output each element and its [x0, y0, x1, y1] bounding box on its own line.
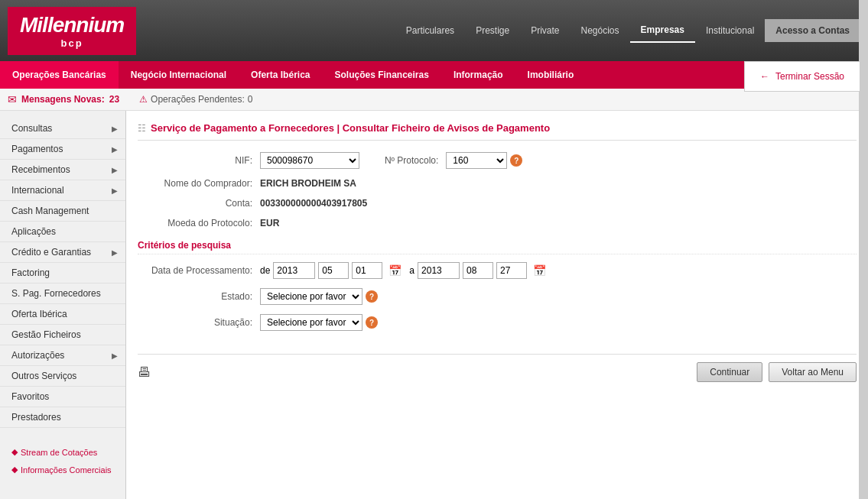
nav-institucional[interactable]: Institucional: [695, 19, 765, 42]
content-area: Consultas ▶ Pagamentos ▶ Recebimentos ▶ …: [0, 111, 868, 499]
chevron-right-icon: ▶: [112, 352, 118, 360]
nav-imobiliario[interactable]: Imobiliário: [515, 61, 587, 89]
sidebar-label-outros-servicos: Outros Serviços: [11, 371, 76, 381]
top-bar: Millennium bcp Particulares Prestige Pri…: [0, 0, 868, 61]
nav-prestige[interactable]: Prestige: [465, 19, 520, 42]
sidebar-label-internacional: Internacional: [11, 185, 64, 196]
situacao-help-icon[interactable]: ?: [366, 316, 378, 329]
chevron-right-icon: ▶: [112, 186, 118, 195]
sidebar-item-s-pag-fornecedores[interactable]: S. Pag. Fornecedores: [0, 284, 125, 304]
nav-oferta-iberica[interactable]: Oferta Ibérica: [239, 61, 322, 89]
date-to-month[interactable]: [463, 262, 493, 279]
new-messages-label: Mensagens Novas:: [21, 94, 105, 105]
continue-button[interactable]: Continuar: [697, 362, 762, 382]
date-from-year[interactable]: [273, 262, 315, 279]
sidebar-link-stream-cotacoes[interactable]: ◆ Stream de Cotações: [0, 443, 125, 461]
sidebar-item-credito-garantias[interactable]: Crédito e Garantias ▶: [0, 242, 125, 263]
estado-help-icon[interactable]: ?: [366, 290, 378, 303]
nav-private[interactable]: Private: [520, 19, 570, 42]
buyer-value: ERICH BRODHEIM SA: [260, 178, 356, 189]
sidebar-item-autorizacoes[interactable]: Autorizações ▶: [0, 345, 125, 366]
estado-row: Estado: Selecione por favor ?: [138, 288, 857, 305]
sidebar-link-informacoes-comerciais[interactable]: ◆ Informações Comerciais: [0, 461, 125, 478]
email-icon: ✉: [8, 93, 17, 105]
date-label: Data de Processamento:: [138, 265, 260, 276]
sidebar-item-consultas[interactable]: Consultas ▶: [0, 118, 125, 139]
situacao-label: Situação:: [138, 317, 260, 328]
sidebar-item-gestao-ficheiros[interactable]: Gestão Ficheiros: [0, 325, 125, 345]
protocol-select[interactable]: 160: [446, 152, 507, 169]
sidebar-item-recebimentos[interactable]: Recebimentos ▶: [0, 160, 125, 180]
top-nav: Particulares Prestige Private Negócios E…: [395, 18, 860, 43]
estado-select[interactable]: Selecione por favor: [260, 288, 362, 305]
date-to-day[interactable]: [496, 262, 527, 279]
terminar-sessao-link[interactable]: Terminar Sessão: [775, 71, 844, 82]
sidebar-label-cash-management: Cash Management: [11, 206, 89, 216]
date-from-label: de: [260, 265, 270, 276]
nav-particulares[interactable]: Particulares: [395, 19, 465, 42]
sidebar-label-factoring: Factoring: [11, 267, 50, 278]
print-icon[interactable]: 🖶: [138, 365, 151, 381]
sidebar-label-prestadores: Prestadores: [11, 412, 61, 423]
logo: Millennium bcp: [8, 7, 136, 55]
sidebar-label-aplicacoes: Aplicações: [11, 226, 56, 237]
nav-empresas[interactable]: Empresas: [630, 18, 695, 43]
logo-text: Millennium: [20, 13, 124, 37]
date-to-year[interactable]: [418, 262, 460, 279]
sidebar-item-pagamentos[interactable]: Pagamentos ▶: [0, 139, 125, 160]
chevron-right-icon: ▶: [112, 166, 118, 174]
estado-label: Estado:: [138, 291, 260, 302]
date-from-day[interactable]: [352, 262, 382, 279]
sidebar-item-factoring[interactable]: Factoring: [0, 263, 125, 284]
main-content: ☷ Serviço de Pagamento a Fornecedores | …: [126, 111, 868, 499]
sidebar-item-favoritos[interactable]: Favoritos: [0, 387, 125, 407]
back-button[interactable]: Voltar ao Menu: [769, 362, 857, 382]
currency-value: EUR: [260, 218, 279, 228]
search-criteria-title: Critérios de pesquisa: [138, 240, 857, 254]
account-value: 003300000000403917805: [260, 198, 367, 209]
account-label: Conta:: [138, 198, 260, 209]
date-from-group: de 📅 a 📅: [260, 262, 546, 279]
calendar-from-icon[interactable]: 📅: [388, 264, 401, 277]
sidebar-item-aplicacoes[interactable]: Aplicações: [0, 222, 125, 242]
main-nav: Operações Bancárias Negócio Internaciona…: [0, 61, 868, 89]
protocol-help-icon[interactable]: ?: [510, 154, 522, 167]
sidebar-item-prestadores[interactable]: Prestadores: [0, 407, 125, 428]
diamond-icon: ◆: [11, 465, 18, 475]
nav-negocio-internacional[interactable]: Negócio Internacional: [119, 61, 239, 89]
logo-sub: bcp: [61, 37, 83, 49]
buyer-row: Nome do Comprador: ERICH BRODHEIM SA: [138, 178, 857, 189]
situacao-select[interactable]: Selecione por favor: [260, 314, 362, 331]
grid-icon: ☷: [138, 123, 146, 134]
nav-operacoes-bancarias[interactable]: Operações Bancárias: [0, 61, 119, 89]
sidebar-label-favoritos: Favoritos: [11, 391, 49, 402]
page-title: Serviço de Pagamento a Fornecedores | Co…: [151, 122, 550, 134]
arrow-left-icon: ←: [760, 71, 769, 82]
calendar-to-icon[interactable]: 📅: [533, 264, 546, 277]
nif-select[interactable]: 500098670: [260, 152, 359, 169]
nav-solucoes-financeiras[interactable]: Soluções Financeiras: [322, 61, 441, 89]
sidebar-label-recebimentos: Recebimentos: [11, 164, 70, 175]
sidebar-label-pagamentos: Pagamentos: [11, 144, 63, 154]
pending-count: 0: [248, 94, 253, 105]
nav-informacao[interactable]: Informação: [441, 61, 515, 89]
nav-acesso-contas[interactable]: Acesso a Contas: [765, 19, 860, 42]
currency-row: Moeda do Protocolo: EUR: [138, 218, 857, 228]
date-from-month[interactable]: [318, 262, 349, 279]
sidebar-item-oferta-iberica[interactable]: Oferta Ibérica: [0, 304, 125, 325]
bottom-bar: 🖶 Continuar Voltar ao Menu: [138, 354, 857, 382]
sidebar-label-consultas: Consultas: [11, 123, 52, 134]
button-row: Continuar Voltar ao Menu: [697, 362, 857, 382]
buyer-label: Nome do Comprador:: [138, 178, 260, 189]
pending-icon: ⚠: [139, 94, 148, 105]
sidebar-label-credito-garantias: Crédito e Garantias: [11, 247, 91, 258]
chevron-right-icon: ▶: [112, 125, 118, 133]
sidebar-item-outros-servicos[interactable]: Outros Serviços: [0, 366, 125, 387]
nav-negocios[interactable]: Negócios: [571, 19, 630, 42]
sidebar-item-cash-management[interactable]: Cash Management: [0, 201, 125, 222]
nif-row: NIF: 500098670 Nº Protocolo: 160 ?: [138, 152, 857, 169]
currency-label: Moeda do Protocolo:: [138, 218, 260, 228]
sidebar-label-oferta-iberica: Oferta Ibérica: [11, 309, 67, 319]
sidebar-label-gestao-ficheiros: Gestão Ficheiros: [11, 329, 81, 340]
sidebar-item-internacional[interactable]: Internacional ▶: [0, 180, 125, 201]
